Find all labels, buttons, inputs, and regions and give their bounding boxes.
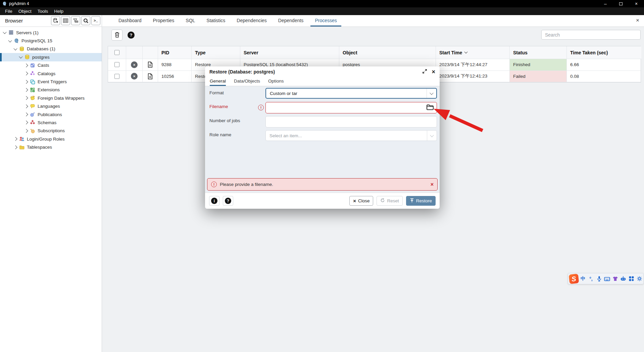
row-checkbox[interactable] (114, 62, 119, 67)
keyboard-icon[interactable] (603, 275, 611, 283)
chevron-right-icon[interactable] (24, 129, 28, 133)
header-status[interactable]: Status (510, 46, 567, 59)
stop-process-icon[interactable]: × (131, 73, 138, 80)
minimize-button[interactable]: – (598, 0, 613, 7)
dialog-tab-options[interactable]: Options (268, 77, 284, 86)
tab-dashboard[interactable]: Dashboard (114, 15, 146, 27)
file-browse-button[interactable] (426, 104, 434, 110)
header-select-all[interactable] (108, 46, 126, 59)
tree-item-extensions[interactable]: Extensions (0, 86, 102, 94)
tree-item-publications[interactable]: Publications (0, 110, 102, 118)
stop-process-icon[interactable]: × (131, 61, 138, 68)
chevron-right-icon[interactable] (24, 63, 28, 67)
skin-icon[interactable] (611, 275, 619, 283)
restore-button[interactable]: Restore (406, 196, 436, 206)
chevron-right-icon[interactable] (24, 88, 28, 92)
tree-item-foreign-data-wrappers[interactable]: Foreign Data Wrappers (0, 94, 102, 102)
processes-help-button[interactable]: ? (126, 30, 137, 41)
tree-item-databases[interactable]: Databases (1) (0, 45, 102, 53)
tree-item-casts[interactable]: Casts (0, 61, 102, 69)
maximize-button[interactable] (613, 0, 629, 7)
filename-input[interactable] (265, 102, 437, 113)
header-time-taken[interactable]: Time Taken (sec) (567, 46, 641, 59)
chevron-right-icon[interactable] (24, 112, 28, 116)
ime-settings-icon[interactable] (636, 275, 643, 283)
tree-item-login-group-roles[interactable]: Login/Group Roles (0, 135, 102, 143)
process-details-icon[interactable] (148, 73, 153, 80)
sql-info-button[interactable]: i (209, 196, 219, 206)
search-input[interactable] (541, 30, 641, 40)
database-icon (24, 54, 30, 60)
tree-item-schemas[interactable]: Schemas (0, 118, 102, 127)
close-dialog-icon[interactable]: × (432, 69, 435, 75)
search-objects-button[interactable] (81, 16, 90, 25)
connect-server-button[interactable] (51, 16, 60, 25)
psql-tool-button[interactable]: >_ (91, 16, 100, 25)
chevron-down-icon (430, 91, 433, 95)
dialog-help-button[interactable]: ? (223, 196, 233, 206)
toolbox-grid-icon[interactable] (628, 275, 635, 283)
ime-punctuation-icon[interactable]: °, (587, 275, 595, 283)
dismiss-error-icon[interactable]: × (431, 182, 434, 187)
view-data-button[interactable] (61, 16, 70, 25)
reset-button[interactable]: Reset (377, 196, 402, 206)
chevron-right-icon[interactable] (13, 145, 17, 149)
tree-item-catalogs[interactable]: Catalogs (0, 69, 102, 78)
menu-tools[interactable]: Tools (35, 9, 51, 14)
dialog-tab-general[interactable]: General (210, 77, 226, 86)
tree-item-postgresql-15[interactable]: PostgreSQL 15 (0, 37, 102, 45)
panel-close-icon[interactable]: × (636, 17, 639, 23)
number-of-jobs-input[interactable] (265, 116, 437, 128)
tree-item-languages[interactable]: Languages (0, 102, 102, 110)
header-object[interactable]: Object (339, 46, 436, 59)
format-select[interactable]: Custom or tar (265, 88, 437, 99)
header-pid[interactable]: PID (158, 46, 192, 59)
database-icon (19, 46, 24, 52)
delete-process-button[interactable] (111, 30, 122, 41)
tree-item-event-triggers[interactable]: Event Triggers (0, 78, 102, 86)
tab-dependents[interactable]: Dependents (274, 15, 308, 27)
header-type[interactable]: Type (192, 46, 240, 59)
menu-object[interactable]: Object (16, 9, 34, 14)
tree-item-postgres[interactable]: postgres (0, 53, 102, 61)
dialog-header[interactable]: Restore (Database: postgres) × (205, 66, 440, 77)
microphone-icon[interactable] (595, 275, 603, 283)
smart-assistant-icon[interactable] (620, 275, 627, 283)
chevron-right-icon[interactable] (24, 121, 28, 124)
tab-sql[interactable]: SQL (181, 15, 199, 27)
close-button[interactable]: × Close (349, 196, 373, 206)
tab-dependencies[interactable]: Dependencies (232, 15, 271, 27)
menu-file[interactable]: File (3, 9, 15, 14)
chevron-down-icon[interactable] (13, 47, 17, 50)
tree-item-label: Event Triggers (38, 79, 67, 84)
chevron-right-icon[interactable] (24, 104, 28, 108)
header-start-time[interactable]: Start Time (436, 46, 510, 59)
expand-dialog-icon[interactable] (423, 69, 427, 74)
tree-item-label: Tablespaces (27, 145, 52, 150)
ime-chinese-mode-icon[interactable]: 中 (579, 275, 587, 283)
tab-properties[interactable]: Properties (149, 15, 179, 27)
dialog-tab-data-objects[interactable]: Data/Objects (234, 77, 260, 86)
header-server[interactable]: Server (240, 46, 339, 59)
chevron-right-icon[interactable] (24, 96, 28, 100)
row-checkbox[interactable] (114, 74, 119, 79)
process-details-icon[interactable] (148, 61, 153, 68)
tree-item-servers[interactable]: Servers (1) (0, 29, 102, 37)
select-all-checkbox[interactable] (114, 50, 119, 55)
chevron-right-icon[interactable] (24, 71, 28, 75)
tree-item-tablespaces[interactable]: Tablespaces (0, 143, 102, 151)
chevron-down-icon[interactable] (3, 30, 6, 34)
close-window-button[interactable]: × (629, 0, 644, 7)
chevron-right-icon[interactable] (24, 80, 28, 84)
sogou-logo-icon[interactable]: S (569, 273, 579, 284)
chevron-down-icon[interactable] (19, 55, 22, 58)
tab-statistics[interactable]: Statistics (202, 15, 230, 27)
tab-processes[interactable]: Processes (310, 15, 341, 27)
filter-icon (73, 18, 79, 23)
chevron-down-icon[interactable] (8, 39, 12, 42)
filtered-rows-button[interactable] (71, 16, 80, 25)
menu-help[interactable]: Help (52, 9, 66, 14)
tree-item-subscriptions[interactable]: Subscriptions (0, 127, 102, 135)
chevron-right-icon[interactable] (13, 137, 17, 141)
role-name-select[interactable]: Select an item... (265, 130, 437, 141)
